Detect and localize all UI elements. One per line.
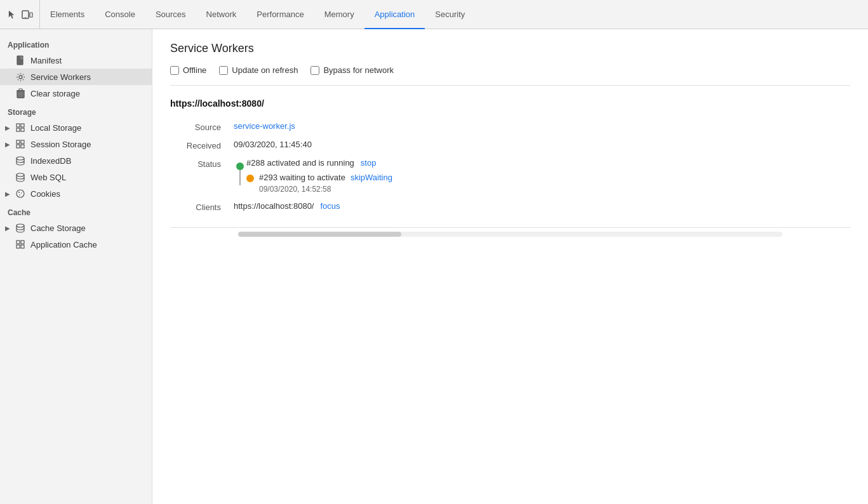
sidebar-item-application-cache[interactable]: Application Cache xyxy=(0,236,152,253)
main-layout: ApplicationManifestService WorkersClear … xyxy=(0,29,868,504)
sidebar: ApplicationManifestService WorkersClear … xyxy=(0,29,152,504)
checkboxes-row: Offline Update on refresh Bypass for net… xyxy=(170,65,850,86)
received-label: Received xyxy=(170,140,221,150)
tab-performance[interactable]: Performance xyxy=(246,1,314,29)
tab-bar: ElementsConsoleSourcesNetworkPerformance… xyxy=(0,0,868,29)
file-icon xyxy=(15,55,25,65)
sidebar-item-label-manifest: Manifest xyxy=(30,56,62,65)
scroll-area[interactable] xyxy=(170,227,850,240)
svg-rect-9 xyxy=(21,124,24,127)
sidebar-section-application: Application xyxy=(0,34,152,52)
sidebar-item-label-indexeddb: IndexedDB xyxy=(30,156,71,166)
tab-items: ElementsConsoleSourcesNetworkPerformance… xyxy=(40,0,475,29)
update-on-refresh-checkbox[interactable] xyxy=(219,66,228,75)
bypass-for-network-label: Bypass for network xyxy=(323,65,394,75)
db-icon xyxy=(15,223,25,233)
svg-point-16 xyxy=(17,157,24,160)
sidebar-section-cache: Cache xyxy=(0,202,152,220)
update-on-refresh-label: Update on refresh xyxy=(232,65,298,75)
chevron-right-icon: ▶ xyxy=(5,141,10,148)
bypass-for-network-checkbox-item[interactable]: Bypass for network xyxy=(310,65,394,75)
tab-sources[interactable]: Sources xyxy=(145,1,196,29)
skip-waiting-link[interactable]: skipWaiting xyxy=(351,173,392,182)
clients-value: https://localhost:8080/ focus xyxy=(234,201,850,211)
status-dot-orange xyxy=(246,175,254,182)
sidebar-item-cookies[interactable]: ▶Cookies xyxy=(0,185,152,202)
svg-rect-1 xyxy=(30,13,32,17)
sidebar-item-session-storage[interactable]: ▶Session Storage xyxy=(0,136,152,152)
sidebar-item-manifest[interactable]: Manifest xyxy=(0,52,152,69)
svg-point-21 xyxy=(19,194,20,196)
svg-point-22 xyxy=(17,224,24,227)
db-icon xyxy=(15,156,25,166)
source-label: Source xyxy=(170,121,221,132)
svg-point-17 xyxy=(17,173,24,176)
gear-icon xyxy=(15,72,25,82)
svg-point-2 xyxy=(25,17,26,18)
svg-rect-8 xyxy=(17,124,20,127)
connector-line xyxy=(239,170,241,185)
sidebar-item-label-clear-storage: Clear storage xyxy=(30,89,80,98)
svg-rect-5 xyxy=(17,91,24,98)
source-link[interactable]: service-worker.js xyxy=(234,121,295,131)
sidebar-item-label-local-storage: Local Storage xyxy=(30,123,81,133)
sw-details-grid: Source service-worker.js Received 09/03/… xyxy=(170,121,850,212)
offline-checkbox[interactable] xyxy=(170,66,179,75)
chevron-right-icon: ▶ xyxy=(5,124,10,131)
origin-heading: https://localhost:8080/ xyxy=(170,98,850,109)
mobile-icon[interactable] xyxy=(22,9,33,20)
trash-icon xyxy=(15,88,25,98)
focus-link[interactable]: focus xyxy=(320,201,340,211)
svg-rect-14 xyxy=(17,145,20,148)
tab-console[interactable]: Console xyxy=(95,1,145,29)
status-running-text: #288 activated and is running xyxy=(246,158,354,168)
svg-rect-10 xyxy=(17,128,20,131)
svg-rect-15 xyxy=(21,145,24,148)
panel-title: Service Workers xyxy=(170,42,850,55)
svg-point-4 xyxy=(19,76,22,79)
svg-point-19 xyxy=(18,192,20,193)
svg-rect-11 xyxy=(21,128,24,131)
sidebar-item-cache-storage[interactable]: ▶Cache Storage xyxy=(0,220,152,236)
sidebar-item-label-application-cache: Application Cache xyxy=(30,240,97,249)
stop-link[interactable]: stop xyxy=(361,158,377,168)
svg-rect-3 xyxy=(17,56,23,65)
offline-checkbox-item[interactable]: Offline xyxy=(170,65,206,75)
status-dot-green xyxy=(236,162,244,170)
clients-url: https://localhost:8080/ xyxy=(234,201,314,211)
status-label: Status xyxy=(170,158,221,169)
chevron-right-icon: ▶ xyxy=(5,190,10,197)
svg-rect-24 xyxy=(21,241,24,244)
sidebar-item-label-cookies: Cookies xyxy=(30,189,60,199)
tab-memory[interactable]: Memory xyxy=(314,1,364,29)
grid-icon xyxy=(15,123,25,133)
cookie-icon xyxy=(15,189,25,199)
service-workers-panel: Service Workers Offline Update on refres… xyxy=(152,29,868,253)
offline-label: Offline xyxy=(183,65,206,75)
sidebar-item-indexeddb[interactable]: IndexedDB xyxy=(0,152,152,169)
svg-rect-26 xyxy=(21,245,24,248)
tab-security[interactable]: Security xyxy=(425,1,475,29)
grid-icon xyxy=(15,239,25,249)
cursor-icon[interactable] xyxy=(6,9,18,20)
svg-rect-23 xyxy=(17,241,20,244)
clients-label: Clients xyxy=(170,201,221,212)
sidebar-item-service-workers[interactable]: Service Workers xyxy=(0,69,152,85)
status-waiting-text: #293 waiting to activate xyxy=(259,173,345,182)
waiting-received: 09/03/2020, 14:52:58 xyxy=(246,185,850,194)
tab-elements[interactable]: Elements xyxy=(40,1,95,29)
db-icon xyxy=(15,172,25,182)
sidebar-item-local-storage[interactable]: ▶Local Storage xyxy=(0,119,152,136)
content-panel: Service Workers Offline Update on refres… xyxy=(152,29,868,504)
grid-icon xyxy=(15,139,25,149)
svg-rect-13 xyxy=(21,140,24,143)
bypass-for-network-checkbox[interactable] xyxy=(310,66,319,75)
sidebar-item-web-sql[interactable]: Web SQL xyxy=(0,169,152,185)
update-on-refresh-checkbox-item[interactable]: Update on refresh xyxy=(219,65,298,75)
sidebar-item-clear-storage[interactable]: Clear storage xyxy=(0,85,152,102)
tab-application[interactable]: Application xyxy=(364,1,425,29)
sidebar-item-label-session-storage: Session Storage xyxy=(30,140,91,149)
source-value: service-worker.js xyxy=(234,121,850,131)
tab-network[interactable]: Network xyxy=(196,1,247,29)
devtools-icons xyxy=(0,0,40,29)
